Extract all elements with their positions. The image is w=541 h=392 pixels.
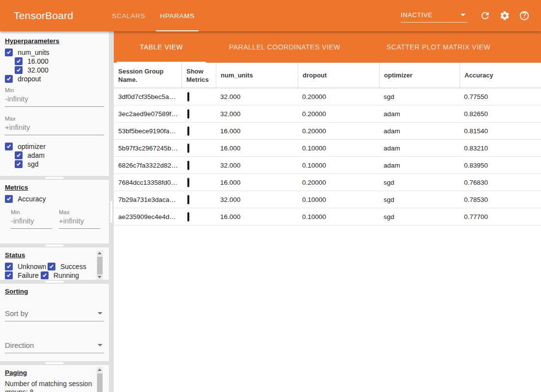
max-input[interactable]: +infinity xyxy=(5,122,104,135)
min-label: Min xyxy=(11,209,52,215)
status-pair: Unknown xyxy=(5,263,48,270)
table-row[interactable]: 6826c7fa3322d82… 32.000 0.10000 adam 0.8… xyxy=(114,157,541,174)
optimizer-checkbox[interactable] xyxy=(5,143,13,150)
status-scrollbar[interactable] xyxy=(97,250,103,280)
chevron-down-icon xyxy=(98,312,103,315)
scroll-down-icon[interactable] xyxy=(98,276,102,278)
metric-row-accuracy: Accuracy xyxy=(5,195,104,203)
table-row[interactable]: 3df0d7cf35bec5a… 32.000 0.20000 sgd 0.77… xyxy=(114,88,541,105)
tab-scatter-plot-matrix-view[interactable]: SCATTER PLOT MATRIX VIEW xyxy=(363,31,514,63)
table-row[interactable]: 7684dcc13358fd0… 16.000 0.20000 sgd 0.76… xyxy=(114,174,541,191)
tab-scalars[interactable]: SCALARS xyxy=(104,0,153,31)
metric-max-field: Max +infinity xyxy=(59,209,100,229)
direction-placeholder: Direction xyxy=(5,341,34,349)
table-row[interactable]: 5b97f3c2967245b… 16.000 0.10000 adam 0.8… xyxy=(114,140,541,157)
show-metrics-checkbox[interactable] xyxy=(187,212,189,221)
paging-heading: Paging xyxy=(5,369,104,377)
app-title: TensorBoard xyxy=(14,10,73,22)
sidebar-resize-handle[interactable] xyxy=(109,31,114,392)
scroll-up-icon[interactable] xyxy=(98,252,102,254)
accuracy-checkbox[interactable] xyxy=(5,195,13,203)
num-units-value: 32.000 xyxy=(216,162,298,169)
show-metrics-checkbox[interactable] xyxy=(187,144,189,153)
session-group-name: 7b29a731e3daca… xyxy=(114,196,181,203)
checkbox-label: Unknown xyxy=(18,263,46,270)
table-row[interactable]: 53bf5bece9190fa… 16.000 0.20000 adam 0.8… xyxy=(114,122,541,140)
section-resize-handle[interactable] xyxy=(0,244,109,247)
column-header-optimizer: optimizer xyxy=(379,63,460,88)
drag-grip-icon xyxy=(45,281,64,283)
adam-checkbox[interactable] xyxy=(15,151,23,159)
tab-table-view[interactable]: TABLE VIEW xyxy=(117,31,206,63)
status-row: Failure Running xyxy=(5,271,104,280)
show-metrics-checkbox[interactable] xyxy=(187,178,189,187)
min-input[interactable]: -infinity xyxy=(5,93,104,107)
num-units-value: 32.000 xyxy=(216,93,298,100)
show-metrics-checkbox[interactable] xyxy=(187,126,189,136)
hparam-row-num-units: num_units xyxy=(5,48,104,57)
status-pair: Running xyxy=(41,271,79,279)
running-checkbox[interactable] xyxy=(41,271,49,279)
success-checkbox[interactable] xyxy=(48,263,55,270)
tab-parallel-coordinates-view[interactable]: PARALLEL COORDINATES VIEW xyxy=(206,31,363,63)
status-pair: Failure xyxy=(5,271,41,279)
sorting-section: Sorting Sort by Direction xyxy=(0,284,109,361)
unknown-checkbox[interactable] xyxy=(5,263,13,270)
section-resize-handle[interactable] xyxy=(0,280,109,284)
status-section: Status Unknown Success Failure xyxy=(0,247,109,280)
dropout-value: 0.20000 xyxy=(298,93,379,100)
table-row[interactable]: ae235909ec4e4d… 16.000 0.10000 sgd 0.777… xyxy=(114,208,541,225)
num-units-value: 16.000 xyxy=(216,145,298,152)
show-metrics-cell xyxy=(181,213,216,220)
accuracy-value: 0.76830 xyxy=(460,179,541,186)
show-metrics-checkbox[interactable] xyxy=(187,161,189,170)
check-icon xyxy=(7,273,11,277)
hparam-row-optimizer: optimizer xyxy=(5,142,104,151)
checkbox-label: 16.000 xyxy=(27,57,49,65)
value-32-checkbox[interactable] xyxy=(15,66,23,74)
sort-by-placeholder: Sort by xyxy=(5,309,28,318)
hparams-sidebar: Hyperparameters num_units 16.000 32.000 … xyxy=(0,31,109,392)
metric-max-input[interactable]: +infinity xyxy=(59,215,100,229)
column-header-num-units: num_units xyxy=(216,63,298,88)
failure-checkbox[interactable] xyxy=(5,271,13,279)
scroll-thumb[interactable] xyxy=(97,257,103,274)
accuracy-value: 0.81540 xyxy=(460,127,541,135)
show-metrics-checkbox[interactable] xyxy=(187,109,189,119)
sgd-checkbox[interactable] xyxy=(15,160,23,168)
num-units-checkbox[interactable] xyxy=(5,49,13,56)
section-resize-handle[interactable] xyxy=(0,361,109,365)
metric-min-input[interactable]: -infinity xyxy=(11,215,52,229)
tensorboard-app: TensorBoard SCALARS HPARAMS INACTIVE xyxy=(0,0,541,392)
metric-min-field: Min -infinity xyxy=(11,209,52,229)
table-row[interactable]: 3ec2aed9e07589f… 32.000 0.20000 adam 0.8… xyxy=(114,105,541,122)
dropout-checkbox[interactable] xyxy=(5,75,13,83)
table-row[interactable]: 7b29a731e3daca… 32.000 0.10000 sgd 0.785… xyxy=(114,191,541,208)
direction-select[interactable]: Direction xyxy=(5,341,104,353)
sort-by-select[interactable]: Sort by xyxy=(5,309,104,321)
num-units-value: 16.000 xyxy=(216,127,298,135)
scroll-up-icon[interactable] xyxy=(98,368,102,371)
refresh-button[interactable] xyxy=(475,6,495,25)
tab-hparams[interactable]: HPARAMS xyxy=(153,0,202,31)
metric-minmax-row: Min -infinity Max +infinity xyxy=(11,209,104,229)
check-icon xyxy=(17,68,21,72)
optimizer-group: optimizer adam sgd xyxy=(5,142,104,169)
help-button[interactable] xyxy=(515,6,534,25)
run-status-dropdown[interactable]: INACTIVE xyxy=(401,11,467,23)
dropout-value: 0.20000 xyxy=(298,179,379,186)
metrics-section: Metrics Accuracy Min -infinity Max +infi… xyxy=(0,180,109,244)
show-metrics-checkbox[interactable] xyxy=(187,92,189,101)
settings-button[interactable] xyxy=(495,6,515,25)
section-resize-handle[interactable] xyxy=(0,176,109,180)
dropout-value: 0.10000 xyxy=(298,162,379,169)
scroll-thumb[interactable] xyxy=(97,373,103,392)
max-label: Max xyxy=(5,116,104,122)
optimizer-value: adam xyxy=(379,145,460,152)
hparam-value-row: 32.000 xyxy=(15,66,104,74)
paging-scrollbar[interactable] xyxy=(97,367,103,392)
show-metrics-checkbox[interactable] xyxy=(187,195,189,204)
value-16-checkbox[interactable] xyxy=(15,57,23,65)
check-icon xyxy=(7,50,11,54)
help-icon xyxy=(519,10,530,21)
